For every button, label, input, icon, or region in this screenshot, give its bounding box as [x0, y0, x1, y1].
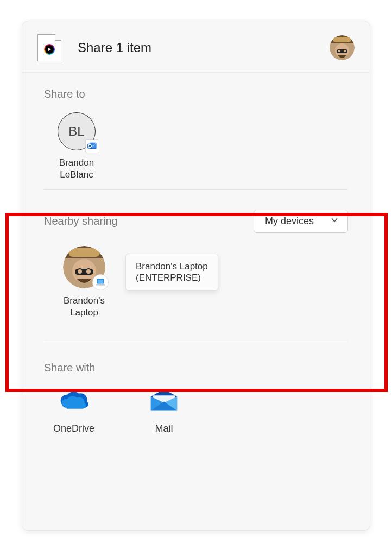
divider: [44, 189, 348, 190]
mail-icon: [148, 388, 180, 414]
share-with-section: Share with OneDrive: [22, 346, 370, 439]
dialog-title: Share 1 item: [78, 40, 330, 55]
current-user-avatar[interactable]: [330, 35, 355, 60]
device-label: Brandon's Laptop: [64, 295, 105, 319]
app-onedrive[interactable]: OneDrive: [44, 388, 104, 434]
contact-tile-brandon-leblanc[interactable]: BL Brandon LeBlanc: [44, 112, 109, 181]
svg-point-6: [338, 49, 341, 53]
svg-rect-3: [333, 37, 351, 42]
onedrive-icon: [58, 388, 90, 414]
svg-rect-21: [98, 280, 103, 283]
nearby-sharing-section: Nearby sharing My devices: [22, 194, 370, 323]
share-panel: Share 1 item Share to BL: [22, 21, 370, 531]
contact-avatar: BL: [58, 112, 96, 150]
share-to-heading: Share to: [44, 88, 348, 100]
laptop-icon: [92, 274, 109, 290]
svg-point-7: [343, 49, 346, 53]
app-label: Mail: [155, 423, 173, 434]
share-to-section: Share to BL Brandon LeBlanc: [22, 73, 370, 185]
contact-name: Brandon LeBlanc: [59, 157, 94, 181]
dropdown-label: My devices: [265, 216, 314, 227]
app-mail[interactable]: Mail: [134, 388, 194, 434]
divider: [44, 342, 348, 342]
outlook-icon: [86, 140, 99, 153]
device-tooltip: Brandon's Laptop (ENTERPRISE): [125, 254, 218, 291]
nearby-device-brandons-laptop[interactable]: Brandon's Laptop: [52, 246, 117, 319]
nearby-scope-dropdown[interactable]: My devices: [254, 210, 348, 233]
nearby-sharing-heading: Nearby sharing: [44, 215, 118, 228]
media-file-icon: [37, 34, 61, 61]
device-owner-avatar: [63, 246, 105, 288]
chevron-down-icon: [330, 216, 339, 227]
svg-point-19: [86, 269, 91, 274]
panel-header: Share 1 item: [22, 21, 370, 73]
svg-point-18: [77, 269, 83, 274]
share-with-heading: Share with: [44, 362, 348, 374]
app-label: OneDrive: [53, 423, 94, 434]
svg-rect-22: [96, 284, 105, 285]
svg-rect-15: [68, 248, 100, 257]
